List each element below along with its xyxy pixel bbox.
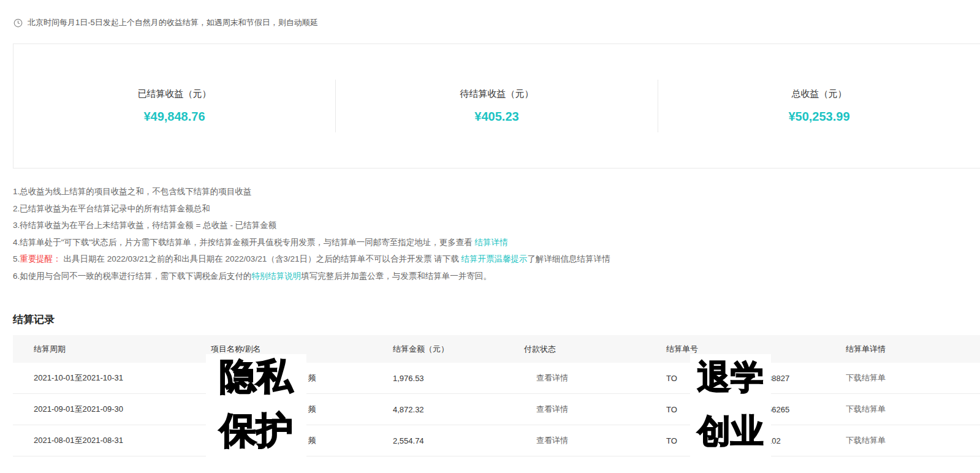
total-revenue-stat: 总收益（元） ¥50,253.99 xyxy=(658,44,980,168)
redaction-word: 保护 xyxy=(219,413,293,448)
records-section-title: 结算记录 xyxy=(13,312,980,327)
download-settlement-link[interactable]: 下载结算单 xyxy=(846,404,886,414)
note-text: 6.如使用与合同不一致的税率进行结算，需下载下调税金后支付的 xyxy=(13,271,251,281)
revenue-summary-card: 已结算收益（元） ¥49,848.76 待结算收益（元） ¥405.23 总收益… xyxy=(13,44,980,168)
note-line-4: 4.结算单处于"可下载"状态后，片方需下载结算单，并按结算金额开具值税专用发票，… xyxy=(13,234,980,251)
note-text: 4.结算单处于"可下载"状态后，片方需下载结算单，并按结算金额开具值税专用发票，… xyxy=(13,238,475,247)
pending-revenue-stat: 待结算收益（元） ¥405.23 xyxy=(336,44,658,168)
download-settlement-link[interactable]: 下载结算单 xyxy=(846,373,886,382)
note-line-1: 1.总收益为线上结算的项目收益之和，不包含线下结算的项目收益 xyxy=(13,183,980,200)
project-name-visible: 频 xyxy=(308,373,316,382)
note-line-2: 2.已结算收益为在平台结算记录中的所有结算金额总和 xyxy=(13,200,980,218)
clock-icon xyxy=(13,18,23,28)
amount-cell: 4,872.32 xyxy=(393,405,524,414)
important-reminder-label: 重要提醒： xyxy=(20,254,61,263)
period-cell: 2021-10-01至2021-10-31 xyxy=(34,373,211,384)
project-name-visible: 频 xyxy=(308,436,316,445)
amount-cell: 1,976.53 xyxy=(393,374,524,383)
detail-cell: 下载结算单 xyxy=(846,404,980,415)
period-cell: 2021-08-01至2021-08-31 xyxy=(34,435,211,446)
pending-revenue-value: ¥405.23 xyxy=(474,110,518,124)
header-payment-status: 付款状态 xyxy=(524,344,666,355)
note-line-6: 6.如使用与合同不一致的税率进行结算，需下载下调税金后支付的特别结算说明填写完整… xyxy=(13,268,980,285)
invoice-tips-link[interactable]: 结算开票温馨提示 xyxy=(461,254,527,263)
download-settlement-link[interactable]: 下载结算单 xyxy=(846,436,886,445)
table-row: 2021-08-01至2021-08-31 频 2,554.74 查看详情 TO… xyxy=(13,425,980,456)
redaction-word: 退学 xyxy=(697,359,764,395)
note-line-3: 3.待结算收益为在平台上未结算收益，待结算金额 = 总收益 - 已结算金额 xyxy=(13,217,980,234)
view-details-link[interactable]: 查看详情 xyxy=(536,373,568,382)
settled-revenue-value: ¥49,848.76 xyxy=(143,110,205,124)
redaction-word: 创业 xyxy=(697,413,764,448)
settlement-no-prefix: TO xyxy=(666,374,677,383)
header-settlement-no: 结算单号 xyxy=(666,344,846,355)
note-text: 1.总收益为线上结算的项目收益之和，不包含线下结算的项目收益 xyxy=(13,187,251,196)
settled-revenue-label: 已结算收益（元） xyxy=(138,88,211,100)
detail-cell: 下载结算单 xyxy=(846,435,980,446)
note-text: 5. xyxy=(13,254,20,263)
note-text: 2.已结算收益为在平台结算记录中的所有结算金额总和 xyxy=(13,204,210,213)
header-amount: 结算金额（元） xyxy=(393,344,524,355)
pending-revenue-label: 待结算收益（元） xyxy=(460,88,534,100)
table-row: 2021-09-01至2021-09-30 频 4,872.32 查看详情 TO… xyxy=(13,394,980,425)
settlement-notice: 北京时间每月1日-5日发起上个自然月的收益结算，如遇周末和节假日，则自动顺延 xyxy=(0,0,980,28)
redaction-word: 隐私 xyxy=(219,359,293,395)
table-row: 2021-10-01至2021-10-31 频 1,976.53 查看详情 TO… xyxy=(13,363,980,394)
redaction-overlay-settlement-no: 退学 创业 xyxy=(690,354,771,466)
note-text: 出具日期在 2022/03/21之前的和出具日期在 2022/03/21（含3/… xyxy=(61,254,462,263)
payment-status-cell: 查看详情 xyxy=(524,404,666,415)
total-revenue-value: ¥50,253.99 xyxy=(788,110,849,124)
header-project: 项目名称/剧名 xyxy=(211,344,393,355)
view-details-link[interactable]: 查看详情 xyxy=(536,436,568,445)
settlement-page: 北京时间每月1日-5日发起上个自然月的收益结算，如遇周末和节假日，则自动顺延 已… xyxy=(0,0,980,473)
amount-cell: 2,554.74 xyxy=(393,436,524,445)
special-settlement-link[interactable]: 特别结算说明 xyxy=(251,271,301,281)
table-header-row: 结算周期 项目名称/剧名 结算金额（元） 付款状态 结算单号 结算单详情 xyxy=(13,335,980,363)
view-details-link[interactable]: 查看详情 xyxy=(536,404,568,414)
settlement-records-table: 结算周期 项目名称/剧名 结算金额（元） 付款状态 结算单号 结算单详情 202… xyxy=(13,335,980,456)
payment-status-cell: 查看详情 xyxy=(524,373,666,384)
project-name-visible: 频 xyxy=(308,404,316,414)
settlement-detail-link[interactable]: 结算详情 xyxy=(475,238,508,247)
note-text: 了解详细信息结算详情 xyxy=(527,254,610,263)
total-revenue-label: 总收益（元） xyxy=(792,88,847,100)
settlement-notes: 1.总收益为线上结算的项目收益之和，不包含线下结算的项目收益 2.已结算收益为在… xyxy=(13,183,980,284)
header-settlement-detail: 结算单详情 xyxy=(846,344,980,355)
settlement-no-prefix: TO xyxy=(666,436,677,445)
detail-cell: 下载结算单 xyxy=(846,373,980,384)
notice-text: 北京时间每月1日-5日发起上个自然月的收益结算，如遇周末和节假日，则自动顺延 xyxy=(28,17,318,28)
redaction-overlay-project: 隐私 保护 xyxy=(206,354,306,466)
payment-status-cell: 查看详情 xyxy=(524,435,666,446)
header-period: 结算周期 xyxy=(34,344,211,355)
note-line-5: 5.重要提醒： 出具日期在 2022/03/21之前的和出具日期在 2022/0… xyxy=(13,251,980,268)
settlement-no-prefix: TO xyxy=(666,405,677,414)
period-cell: 2021-09-01至2021-09-30 xyxy=(34,404,211,415)
settled-revenue-stat: 已结算收益（元） ¥49,848.76 xyxy=(13,44,335,168)
note-text: 填写完整后并加盖公章，与发票和结算单一并寄回。 xyxy=(301,271,492,281)
note-text: 3.待结算收益为在平台上未结算收益，待结算金额 = 总收益 - 已结算金额 xyxy=(13,221,276,230)
